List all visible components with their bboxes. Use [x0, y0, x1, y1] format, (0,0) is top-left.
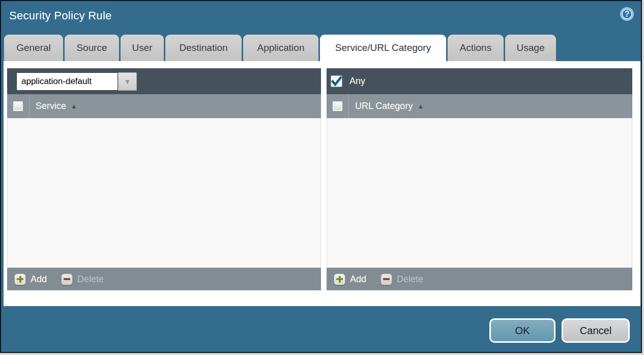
- help-question-glyph: ?: [625, 10, 630, 19]
- tab-actions[interactable]: Actions: [448, 35, 504, 61]
- tab-usage[interactable]: Usage: [505, 35, 556, 61]
- url-category-list: [327, 118, 632, 268]
- service-column-header[interactable]: Service ▲: [7, 94, 321, 118]
- url-category-select-all-cell: [327, 94, 349, 118]
- security-policy-rule-dialog: Security Policy Rule ? General Source Us…: [0, 0, 642, 353]
- service-type-combobox: ▼: [16, 72, 137, 91]
- tab-bar: General Source User Destination Applicat…: [4, 35, 558, 61]
- service-select-all-cell: [7, 94, 30, 118]
- minus-icon: [61, 274, 73, 285]
- url-category-column-label: URL Category: [355, 101, 413, 112]
- minus-icon: [380, 274, 392, 285]
- tab-source[interactable]: Source: [65, 35, 119, 61]
- cancel-button[interactable]: Cancel: [562, 318, 630, 343]
- url-category-toolbar: Add Delete: [327, 268, 632, 290]
- service-delete-button[interactable]: Delete: [61, 274, 104, 285]
- page-title: Security Policy Rule: [9, 9, 112, 22]
- url-category-panel: Any URL Category ▲ Add Delete: [327, 68, 632, 290]
- any-label: Any: [349, 76, 365, 87]
- tab-application[interactable]: Application: [243, 35, 318, 61]
- plus-icon: [334, 274, 345, 285]
- tab-user[interactable]: User: [121, 35, 164, 61]
- tab-content-surface: ▼ Service ▲ Add Delete: [4, 61, 640, 306]
- service-panel-header: ▼: [7, 68, 321, 94]
- service-panel: ▼ Service ▲ Add Delete: [7, 68, 321, 290]
- url-category-delete-button[interactable]: Delete: [380, 274, 423, 285]
- service-type-dropdown-button[interactable]: ▼: [118, 72, 137, 91]
- ok-button[interactable]: OK: [489, 318, 555, 343]
- service-toolbar: Add Delete: [7, 268, 321, 290]
- tab-general[interactable]: General: [4, 35, 63, 61]
- service-column-label: Service: [36, 101, 66, 112]
- sort-asc-icon: ▲: [417, 102, 424, 110]
- url-category-select-all-checkbox[interactable]: [332, 101, 343, 112]
- checkmark-icon: [331, 76, 342, 86]
- plus-icon: [14, 274, 26, 285]
- url-category-add-button[interactable]: Add: [334, 274, 366, 285]
- help-icon[interactable]: ?: [620, 7, 634, 21]
- tab-service-url-category[interactable]: Service/URL Category: [320, 35, 446, 61]
- url-category-column-header[interactable]: URL Category ▲: [327, 94, 632, 118]
- service-select-all-checkbox[interactable]: [13, 101, 23, 112]
- url-category-panel-header: Any: [327, 68, 632, 94]
- service-type-input[interactable]: [16, 72, 118, 91]
- chevron-down-icon: ▼: [124, 78, 131, 85]
- sort-asc-icon: ▲: [71, 102, 77, 110]
- service-add-button[interactable]: Add: [14, 274, 47, 285]
- any-checkbox[interactable]: [331, 75, 342, 87]
- tab-destination[interactable]: Destination: [165, 35, 242, 61]
- service-list: [7, 118, 321, 268]
